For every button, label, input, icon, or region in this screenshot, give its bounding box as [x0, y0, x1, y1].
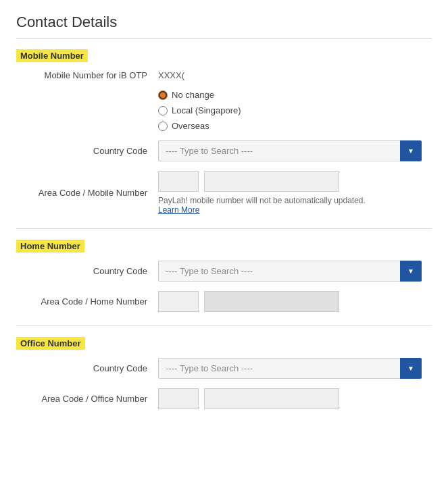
radio-overseas-input[interactable] — [158, 122, 168, 131]
mobile-area-mobile-label: Area Code / Mobile Number — [16, 188, 158, 198]
home-country-code-select-wrapper: ---- Type to Search ---- — [158, 261, 422, 282]
mobile-number-input[interactable] — [204, 171, 339, 192]
home-area-number-row: Area Code / Home Number — [16, 291, 432, 312]
radio-options-row: No change Local (Singapore) Overseas — [16, 90, 432, 131]
home-country-code-row: Country Code ---- Type to Search ---- — [16, 261, 432, 282]
radio-no-change-label: No change — [172, 90, 214, 100]
radio-no-change-input[interactable] — [158, 90, 168, 100]
mobile-country-code-row: Country Code ---- Type to Search ---- — [16, 140, 432, 161]
learn-more-link[interactable]: Learn More — [158, 205, 199, 215]
radio-local-label: Local (Singapore) — [172, 105, 241, 115]
home-number-section: Home Number Country Code ---- Type to Se… — [16, 240, 432, 312]
mobile-note: PayLah! mobile number will not be automa… — [158, 196, 432, 215]
office-number-input[interactable] — [204, 388, 339, 409]
home-section-label: Home Number — [16, 240, 84, 253]
mobile-country-code-select-wrapper: ---- Type to Search ---- — [158, 140, 422, 161]
mobile-country-code-select[interactable]: ---- Type to Search ---- — [158, 140, 422, 161]
otp-value: XXXX( — [158, 70, 184, 80]
mobile-country-code-label: Country Code — [16, 146, 158, 156]
home-country-code-select[interactable]: ---- Type to Search ---- — [158, 261, 422, 282]
office-country-code-row: Country Code ---- Type to Search ---- — [16, 358, 432, 379]
page-title: Contact Details — [16, 14, 432, 31]
radio-overseas[interactable]: Overseas — [158, 121, 300, 131]
office-area-office-label: Area Code / Office Number — [16, 394, 158, 404]
mobile-area-code-input[interactable] — [158, 171, 199, 192]
otp-row: Mobile Number for iB OTP XXXX( — [16, 70, 432, 80]
radio-no-change[interactable]: No change — [158, 90, 300, 100]
home-area-home-label: Area Code / Home Number — [16, 296, 158, 307]
mobile-section-label: Mobile Number — [16, 49, 88, 62]
home-office-divider — [16, 325, 432, 326]
mobile-area-number-row: Area Code / Mobile Number PayLah! mobile… — [16, 171, 432, 215]
office-number-section: Office Number Country Code ---- Type to … — [16, 337, 432, 409]
mobile-note-text: PayLah! mobile number will not be automa… — [158, 196, 366, 205]
mobile-area-inputs — [158, 171, 432, 192]
office-area-inputs — [158, 388, 432, 409]
office-country-code-select[interactable]: ---- Type to Search ---- — [158, 358, 422, 379]
radio-local-input[interactable] — [158, 106, 168, 115]
office-country-code-select-wrapper: ---- Type to Search ---- — [158, 358, 422, 379]
mobile-home-divider — [16, 228, 432, 229]
mobile-number-section: Mobile Number Mobile Number for iB OTP X… — [16, 49, 432, 215]
office-area-number-row: Area Code / Office Number — [16, 388, 432, 409]
home-number-input[interactable] — [204, 291, 339, 312]
office-section-label: Office Number — [16, 337, 85, 350]
radio-local[interactable]: Local (Singapore) — [158, 105, 300, 115]
title-divider — [16, 38, 432, 38]
office-country-code-label: Country Code — [16, 363, 158, 373]
home-country-code-label: Country Code — [16, 266, 158, 276]
change-type-radio-group: No change Local (Singapore) Overseas — [158, 90, 432, 131]
home-area-inputs — [158, 291, 432, 312]
home-area-code-input[interactable] — [158, 291, 199, 312]
radio-overseas-label: Overseas — [172, 121, 209, 131]
otp-label: Mobile Number for iB OTP — [16, 70, 158, 80]
office-area-code-input[interactable] — [158, 388, 199, 409]
